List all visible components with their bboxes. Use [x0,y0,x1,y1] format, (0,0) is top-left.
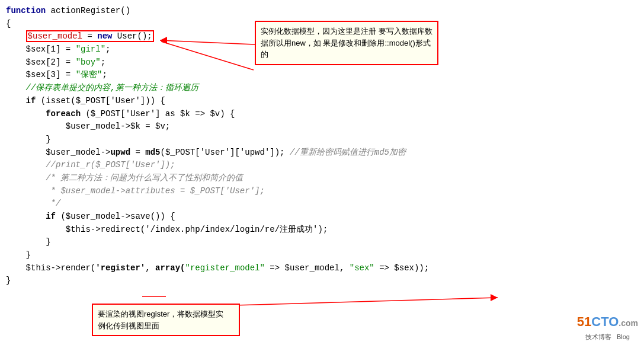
code-line-12: $user_model->upwd = md5($_POST['User']['… [6,146,644,159]
keyword-function: function [6,6,46,15]
code-line-22: } [6,274,644,288]
code-line-7: //保存表单提交的内容,第一种方法：循环遍历 [6,82,644,95]
code-line-16: */ [6,197,644,210]
highlight-user-model: $user_model = new User(); [26,30,154,42]
code-line-19: } [6,236,644,249]
code-line-17: if ($user_model->save()) { [6,210,644,224]
annotation-top-right: 实例化数据模型，因为这里是注册 要写入数据库数据所以用new，如 果是修改和删除… [255,21,438,65]
code-line-9: foreach ($_POST['User'] as $k => $v) { [6,108,644,121]
code-line-6: $sex[3] = "保密"; [6,69,644,82]
svg-line-4 [234,298,498,305]
watermark-blog: 技术博客 Blog [577,332,638,342]
code-line-13: //print_r($_POST['User']); [6,159,644,172]
annotation-bottom-center: 要渲染的视图register，将数据模型实例化传到视图里面 [92,304,240,336]
code-line-20: } [6,249,644,262]
svg-marker-5 [491,294,498,301]
code-area: function actionRegister() { $user_model … [0,0,644,348]
code-line-15: * $user_model->attributes = $_POST['User… [6,185,644,198]
code-line-14: /* 第二种方法：问题为什么写入不了性别和简介的值 [6,172,644,185]
watermark: 51CTO.com 技术博客 Blog [577,312,638,342]
code-line-1: function actionRegister() [6,5,644,18]
code-line-10: $user_model->$k = $v; [6,120,644,133]
code-line-21: $this->render('register', array("registe… [6,262,644,275]
code-line-8: if (isset($_POST['User'])) { [6,95,644,108]
watermark-logo: 51CTO.com [577,312,638,332]
code-line-11: } [6,133,644,146]
code-line-18: $this->redirect('/index.php/index/login/… [6,224,644,237]
